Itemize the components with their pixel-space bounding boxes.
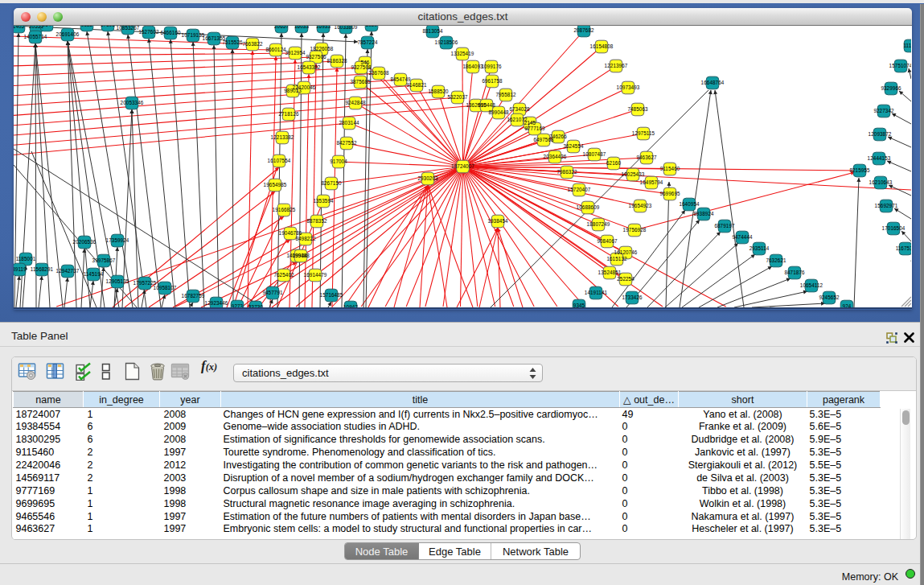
svg-text:7625402: 7625402: [273, 272, 294, 278]
svg-text:11568291: 11568291: [31, 266, 54, 272]
svg-text:8920: 8920: [366, 26, 378, 27]
svg-text:10807487: 10807487: [583, 151, 606, 157]
svg-text:12975115: 12975115: [632, 130, 655, 136]
svg-text:9457791: 9457791: [262, 290, 283, 295]
svg-text:16210643: 16210643: [869, 179, 893, 185]
svg-text:12942737: 12942737: [56, 268, 80, 274]
svg-text:9273: 9273: [232, 303, 244, 307]
svg-text:8878352: 8878352: [306, 218, 327, 224]
svg-text:2935114: 2935114: [749, 245, 770, 251]
svg-text:15716485: 15716485: [320, 292, 343, 298]
svg-text:14191141: 14191141: [585, 290, 608, 295]
svg-text:1527602: 1527602: [138, 29, 159, 35]
svg-text:7857224: 7857224: [357, 39, 378, 45]
svg-text:9227342: 9227342: [873, 108, 894, 113]
svg-text:17593: 17593: [101, 26, 115, 27]
svg-text:6961758: 6961758: [482, 78, 503, 84]
svg-text:16107554: 16107554: [268, 158, 291, 163]
svg-text:13524851: 13524851: [598, 270, 622, 275]
svg-text:16543382: 16543382: [298, 64, 321, 70]
svg-text:9329966: 9329966: [881, 85, 901, 91]
svg-text:7663822: 7663822: [242, 41, 263, 47]
svg-text:9474444: 9474444: [732, 234, 753, 240]
svg-text:20053346: 20053346: [121, 100, 144, 105]
svg-text:2930203: 2930203: [417, 175, 438, 181]
svg-text:9084067: 9084067: [597, 238, 618, 244]
svg-text:20657: 20657: [274, 26, 289, 29]
svg-text:18807249: 18807249: [587, 221, 610, 227]
svg-text:8186328: 8186328: [326, 58, 347, 64]
svg-text:7515526: 7515526: [222, 39, 243, 45]
svg-text:15692971: 15692971: [875, 203, 898, 208]
svg-text:7632621: 7632621: [766, 257, 786, 263]
svg-text:1588520: 1588520: [428, 89, 449, 94]
svg-text:9118: 9118: [81, 26, 92, 27]
svg-text:1099176: 1099176: [481, 64, 502, 69]
svg-text:6879197: 6879197: [714, 223, 735, 229]
svg-text:6466160: 6466160: [160, 30, 181, 35]
svg-text:15720407: 15720407: [568, 187, 591, 192]
svg-text:1353594: 1353594: [313, 198, 334, 204]
svg-text:9327506: 9327506: [306, 54, 326, 60]
svg-text:15751074: 15751074: [889, 63, 911, 68]
svg-text:16033: 16033: [294, 26, 309, 29]
svg-text:39975867: 39975867: [92, 257, 116, 263]
svg-text:19166825: 19166825: [273, 207, 296, 212]
svg-text:8454749: 8454749: [390, 76, 411, 82]
svg-text:19654985: 19654985: [264, 182, 287, 187]
svg-text:19756928: 19756928: [623, 227, 647, 233]
svg-text:1615132: 1615132: [606, 256, 627, 262]
svg-text:8938924: 8938924: [693, 211, 714, 216]
svg-text:12905135: 12905135: [106, 278, 129, 284]
svg-text:2145: 2145: [524, 120, 536, 126]
svg-text:16033809: 16033809: [335, 26, 358, 30]
svg-text:18724007: 18724007: [451, 163, 474, 169]
svg-text:10973493: 10973493: [617, 84, 640, 90]
svg-text:10719135: 10719135: [182, 32, 205, 38]
svg-text:7986322: 7986322: [556, 169, 577, 175]
svg-text:199488: 199488: [292, 253, 310, 258]
svg-text:62160: 62160: [606, 160, 621, 166]
svg-text:2087682: 2087682: [573, 27, 594, 33]
svg-text:2803144: 2803144: [339, 120, 359, 126]
svg-text:19218506: 19218506: [435, 39, 458, 45]
svg-text:7955812: 7955812: [495, 92, 516, 97]
svg-text:12093872: 12093872: [869, 131, 892, 137]
svg-text:9327508: 9327508: [351, 64, 372, 70]
svg-text:12213382: 12213382: [271, 134, 294, 140]
svg-text:16120746: 16120746: [614, 249, 638, 255]
svg-text:12444153: 12444153: [868, 155, 891, 161]
svg-text:3624554: 3624554: [563, 143, 584, 149]
svg-text:10025433: 10025433: [622, 171, 645, 177]
svg-text:9345: 9345: [573, 303, 585, 307]
svg-text:8660124: 8660124: [265, 47, 286, 52]
svg-text:9146821: 9146821: [406, 82, 427, 88]
svg-text:9242848: 9242848: [345, 100, 366, 105]
svg-text:20206536: 20206536: [73, 239, 97, 245]
svg-text:17016504: 17016504: [882, 225, 906, 231]
svg-text:990448: 990448: [478, 102, 495, 108]
svg-text:924: 924: [843, 303, 852, 307]
svg-text:10853267: 10853267: [117, 26, 140, 31]
svg-text:16782759: 16782759: [182, 293, 205, 299]
svg-text:20691406: 20691406: [56, 31, 80, 37]
svg-text:5322037: 5322037: [447, 94, 468, 100]
svg-text:16914479: 16914479: [304, 272, 327, 278]
svg-text:9463627: 9463627: [636, 154, 657, 160]
svg-text:11173: 11173: [903, 43, 911, 48]
svg-text:10942: 10942: [343, 304, 358, 307]
svg-text:1640954: 1640954: [679, 201, 700, 207]
svg-text:8427552: 8427552: [336, 140, 357, 146]
svg-text:252254: 252254: [617, 276, 634, 282]
svg-text:1185001: 1185001: [16, 256, 36, 262]
svg-text:1938454: 1938454: [487, 218, 508, 224]
svg-text:17359924: 17359924: [106, 237, 129, 243]
svg-text:16154808: 16154808: [590, 43, 614, 49]
svg-text:746266: 746266: [549, 134, 567, 139]
svg-text:214: 214: [43, 26, 51, 27]
svg-text:22420046: 22420046: [293, 84, 316, 90]
svg-text:83730: 83730: [248, 304, 263, 307]
svg-text:10688609: 10688609: [577, 204, 600, 210]
svg-text:8215955: 8215955: [849, 167, 870, 173]
svg-text:19654923: 19654923: [629, 203, 652, 208]
